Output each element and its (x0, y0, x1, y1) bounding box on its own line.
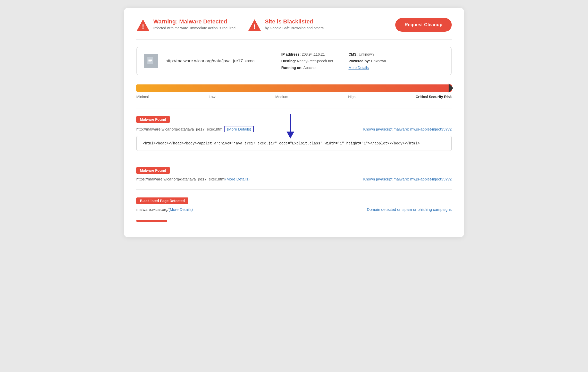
blacklist-alert-sub: by Google Safe Browsing and others (265, 26, 324, 30)
svg-rect-8 (148, 62, 151, 62)
meta-col-right: CMS: Unknown Powered by: Unknown More De… (348, 52, 386, 70)
risk-labels: Minimal Low Medium High Critical Securit… (136, 95, 452, 99)
finding-1-url: http://malware.wicar.org/data/java_jre17… (136, 127, 223, 131)
risk-medium: Medium (275, 95, 288, 99)
bottom-bar-hint (136, 220, 167, 222)
blacklist-alert-text: Site is Blacklisted by Google Safe Brows… (265, 18, 324, 30)
ip-row: IP address: 208.94.116.21 (281, 52, 333, 56)
finding-1-known-link[interactable]: Known javascript malware: mwjs-applet-in… (363, 127, 452, 131)
powered-label: Powered by: (348, 59, 370, 63)
header: ! Warning: Malware Detected Infected wit… (136, 18, 452, 40)
annotation-arrow (281, 114, 299, 139)
running-value: Apache (303, 66, 315, 70)
more-details-link[interactable]: More Details (348, 66, 369, 70)
blacklist-alert: ! Site is Blacklisted by Google Safe Bro… (248, 18, 324, 32)
hosting-value: NearlyFreeSpeech.net (297, 59, 333, 63)
ip-label: IP address: (281, 52, 301, 56)
risk-minimal: Minimal (136, 95, 149, 99)
cms-value: Unknown (359, 52, 374, 56)
finding-3-badge: Blacklisted Page Detected (136, 197, 188, 204)
finding-2-url-left: https://malware.wicar.org/data/java_jre1… (136, 177, 249, 181)
finding-3-url: malware.wicar.org/ (136, 207, 169, 212)
meta-col-left: IP address: 208.94.116.21 Hosting: Nearl… (281, 52, 333, 70)
finding-2-badge: Malware Found (136, 167, 170, 174)
risk-high: High (348, 95, 356, 99)
site-info-box: http://malware.wicar.org/data/java_jre17… (136, 47, 452, 75)
svg-marker-10 (287, 132, 294, 139)
svg-text:!: ! (142, 23, 144, 31)
finding-1-more-details[interactable]: (More Details) (224, 126, 254, 132)
main-card: ! Warning: Malware Detected Infected wit… (124, 8, 464, 237)
site-meta: IP address: 208.94.116.21 Hosting: Nearl… (274, 52, 444, 70)
svg-rect-6 (148, 59, 152, 59)
malware-alert: ! Warning: Malware Detected Infected wit… (136, 18, 236, 32)
cms-label: CMS: (348, 52, 358, 56)
divider-2 (136, 159, 452, 159)
hosting-row: Hosting: NearlyFreeSpeech.net (281, 59, 333, 63)
finding-1-badge: Malware Found (136, 116, 170, 123)
svg-text:!: ! (254, 23, 256, 31)
finding-2: Malware Found https://malware.wicar.org/… (136, 167, 452, 181)
finding-1: Malware Found http://malware.wicar.org/d… (136, 116, 452, 151)
ip-value: 208.94.116.21 (302, 52, 325, 56)
powered-value: Unknown (371, 59, 386, 63)
risk-section: Minimal Low Medium High Critical Securit… (136, 84, 452, 99)
risk-critical: Critical Security Risk (416, 95, 452, 99)
finding-1-url-left: http://malware.wicar.org/data/java_jre17… (136, 126, 254, 132)
malware-alert-text: Warning: Malware Detected Infected with … (153, 18, 236, 30)
cms-row: CMS: Unknown (348, 52, 386, 56)
divider-3 (136, 189, 452, 190)
finding-3-url-row: malware.wicar.org/ (More Details) Domain… (136, 207, 452, 212)
finding-3-known-link[interactable]: Domain detected on spam or phishing camp… (367, 207, 452, 212)
more-details-row[interactable]: More Details (348, 66, 386, 70)
risk-arrow (449, 83, 453, 93)
finding-1-code-wrapper: <html><head></head><body><applet archive… (136, 136, 452, 151)
finding-2-known-link[interactable]: Known javascript malware: mwjs-applet-in… (363, 177, 452, 181)
svg-rect-7 (148, 60, 152, 61)
risk-low: Low (209, 95, 215, 99)
risk-bar (136, 84, 452, 92)
warning-icon: ! (136, 18, 150, 32)
finding-2-more-details[interactable]: (More Details) (225, 177, 249, 181)
finding-3-more-details[interactable]: (More Details) (169, 207, 193, 212)
malware-alert-title: Warning: Malware Detected (153, 18, 236, 25)
powered-row: Powered by: Unknown (348, 59, 386, 63)
site-icon (144, 54, 158, 68)
finding-2-url-row: https://malware.wicar.org/data/java_jre1… (136, 177, 452, 181)
running-label: Running on: (281, 66, 303, 70)
blacklist-icon: ! (248, 18, 261, 32)
finding-3-url-left: malware.wicar.org/ (More Details) (136, 207, 193, 212)
finding-2-url: https://malware.wicar.org/data/java_jre1… (136, 177, 225, 181)
header-alerts: ! Warning: Malware Detected Infected wit… (136, 18, 324, 32)
hosting-label: Hosting: (281, 59, 296, 63)
risk-bar-container (136, 84, 452, 92)
cleanup-button[interactable]: Request Cleanup (395, 18, 452, 32)
site-url: http://malware.wicar.org/data/java_jre17… (165, 58, 267, 64)
blacklist-alert-title: Site is Blacklisted (265, 18, 324, 25)
document-icon (146, 56, 156, 66)
finding-3: Blacklisted Page Detected malware.wicar.… (136, 197, 452, 212)
divider-1 (136, 108, 452, 108)
running-row: Running on: Apache (281, 66, 333, 70)
malware-alert-sub: Infected with malware. Immediate action … (153, 26, 236, 30)
